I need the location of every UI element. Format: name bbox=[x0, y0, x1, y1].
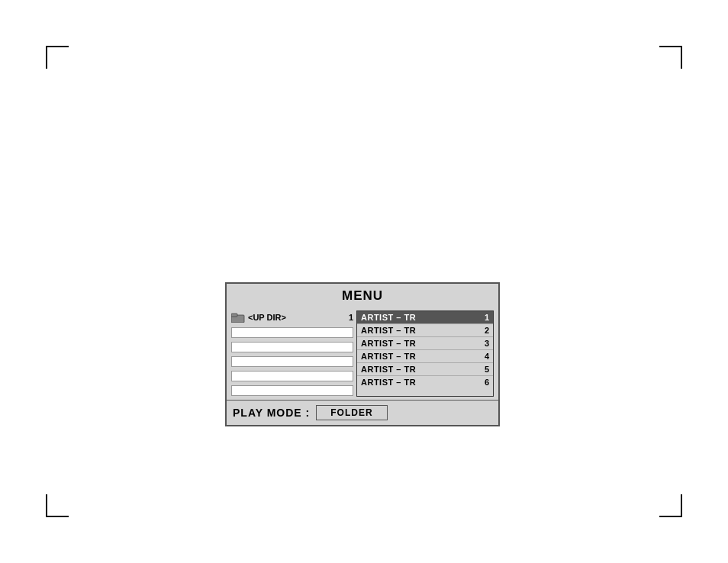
track-row[interactable]: ARTIST – TR6 bbox=[357, 376, 493, 388]
blank-row-5 bbox=[231, 385, 353, 396]
track-row[interactable]: ARTIST – TR4 bbox=[357, 350, 493, 363]
track-name: ARTIST – TR bbox=[361, 339, 416, 348]
track-name: ARTIST – TR bbox=[361, 365, 416, 374]
menu-body: <UP DIR> 1 ARTIST – TR1ARTIST – TR2ARTIS… bbox=[227, 307, 498, 400]
track-name: ARTIST – TR bbox=[361, 378, 416, 387]
blank-row-1 bbox=[231, 327, 353, 338]
track-row[interactable]: ARTIST – TR3 bbox=[357, 337, 493, 350]
up-dir-num: 1 bbox=[349, 313, 353, 322]
track-row[interactable]: ARTIST – TR1 bbox=[357, 311, 493, 324]
folder-icon bbox=[231, 312, 245, 323]
up-dir-row[interactable]: <UP DIR> 1 bbox=[231, 310, 353, 324]
play-mode-label: PLAY MODE : bbox=[233, 407, 310, 419]
track-row[interactable]: ARTIST – TR2 bbox=[357, 324, 493, 337]
track-name: ARTIST – TR bbox=[361, 352, 416, 361]
blank-row-2 bbox=[231, 342, 353, 352]
track-row[interactable]: ARTIST – TR5 bbox=[357, 363, 493, 376]
track-name: ARTIST – TR bbox=[361, 326, 416, 335]
track-number: 2 bbox=[485, 326, 489, 335]
play-mode-value[interactable]: FOLDER bbox=[316, 405, 387, 420]
up-dir-label: <UP DIR> bbox=[248, 313, 346, 322]
corner-mark-tr bbox=[659, 46, 682, 69]
blank-row-3 bbox=[231, 356, 353, 367]
track-number: 1 bbox=[485, 313, 489, 322]
track-list: ARTIST – TR1ARTIST – TR2ARTIST – TR3ARTI… bbox=[356, 310, 494, 397]
corner-mark-br bbox=[659, 494, 682, 517]
menu-title: MENU bbox=[227, 284, 498, 307]
track-name: ARTIST – TR bbox=[361, 313, 416, 322]
track-number: 6 bbox=[485, 378, 489, 387]
track-number: 3 bbox=[485, 339, 489, 348]
track-number: 5 bbox=[485, 365, 489, 374]
corner-mark-bl bbox=[46, 494, 69, 517]
left-panel: <UP DIR> 1 bbox=[231, 310, 353, 397]
corner-mark-tl bbox=[46, 46, 69, 69]
track-number: 4 bbox=[485, 352, 489, 361]
blank-row-4 bbox=[231, 371, 353, 381]
menu-panel: MENU <UP DIR> 1 ARTIS bbox=[225, 282, 500, 426]
svg-rect-1 bbox=[231, 314, 237, 317]
play-mode-row: PLAY MODE : FOLDER bbox=[227, 400, 498, 425]
